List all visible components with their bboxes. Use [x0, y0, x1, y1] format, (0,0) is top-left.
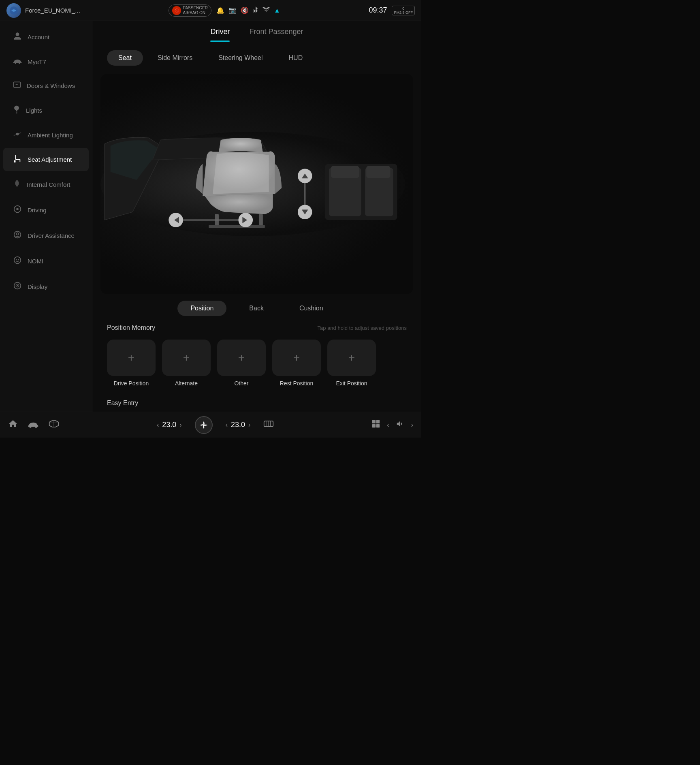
sidebar-item-lights[interactable]: Lights — [3, 98, 89, 122]
memory-btn-drive[interactable]: + — [107, 340, 156, 376]
camera-icon: 📷 — [228, 6, 237, 14]
temp-right-increase[interactable]: › — [248, 421, 250, 429]
sidebar-label-comfort: Internal Comfort — [27, 181, 70, 188]
volume-icon[interactable] — [396, 419, 405, 431]
sidebar-item-driving[interactable]: Driving — [3, 198, 89, 222]
sidebar-label-ambient: Ambient Lighting — [28, 132, 73, 139]
memory-item-drive[interactable]: + Drive Position — [107, 340, 156, 387]
airbag-icon: 🚫 — [172, 6, 181, 15]
svg-rect-4 — [16, 112, 17, 113]
memory-title: Position Memory — [107, 324, 155, 331]
memory-item-alternate[interactable]: + Alternate — [162, 340, 211, 387]
memory-label-alternate: Alternate — [175, 380, 198, 387]
home-icon[interactable] — [8, 419, 18, 431]
pos-tab-cushion[interactable]: Cushion — [286, 301, 336, 316]
sub-tab-mirrors[interactable]: Side Mirrors — [146, 50, 204, 66]
memory-label-other: Other — [234, 380, 248, 387]
wifi-icon — [262, 7, 270, 14]
heat-icon[interactable] — [263, 419, 274, 431]
easy-entry: Easy Entry — [92, 395, 421, 412]
svg-rect-23 — [366, 166, 390, 178]
airbag-indicator: 🚫 PASSENGER AIRBAG ON — [169, 4, 211, 17]
memory-item-rest[interactable]: + Rest Position — [272, 340, 321, 387]
svg-point-13 — [16, 259, 17, 261]
bottom-center: ‹ 23.0 › ‹ 23.0 › — [157, 416, 274, 434]
memory-btn-exit[interactable]: + — [327, 340, 376, 376]
memory-item-other[interactable]: + Other — [217, 340, 266, 387]
status-icons: 🔔 📷 🔇 ▲ — [216, 6, 280, 15]
bottom-right: ‹ › — [371, 419, 413, 431]
sidebar-item-seat[interactable]: Seat Adjustment — [3, 148, 89, 171]
memory-item-exit[interactable]: + Exit Position — [327, 340, 376, 387]
sidebar-label-driver-assistance: Driver Assistance — [28, 232, 75, 239]
temp-right-decrease[interactable]: ‹ — [226, 421, 228, 429]
memory-header: Position Memory Tap and hold to adjust s… — [107, 324, 407, 331]
seat-icon — [13, 154, 22, 165]
svg-point-34 — [35, 425, 37, 427]
fan-button[interactable] — [195, 416, 213, 434]
memory-positions: + Drive Position + Alternate + Other + R… — [107, 340, 407, 387]
airbag-text: PASSENGER AIRBAG ON — [183, 6, 208, 15]
tab-front-passenger[interactable]: Front Passenger — [249, 28, 303, 42]
driver-assistance-icon — [13, 230, 22, 241]
memory-hint: Tap and hold to adjust saved positions — [318, 325, 407, 331]
bottom-left-icons — [8, 419, 59, 431]
tab-driver[interactable]: Driver — [210, 28, 230, 42]
memory-section: Position Memory Tap and hold to adjust s… — [92, 324, 421, 395]
memory-btn-other[interactable]: + — [217, 340, 266, 376]
pos-tab-position[interactable]: Position — [177, 301, 226, 316]
svg-point-33 — [29, 425, 31, 427]
memory-btn-alternate[interactable]: + — [162, 340, 211, 376]
app-logo — [6, 3, 21, 18]
sidebar-label-seat: Seat Adjustment — [28, 156, 72, 163]
location-icon: ▲ — [274, 7, 280, 14]
sidebar-item-ambient[interactable]: Ambient Lighting — [3, 124, 89, 146]
svg-point-10 — [14, 231, 21, 238]
ambient-icon — [13, 130, 22, 140]
seat-svg — [100, 131, 413, 237]
bell-icon: 🔔 — [216, 6, 224, 14]
pos-tab-back[interactable]: Back — [236, 301, 277, 316]
memory-btn-rest[interactable]: + — [272, 340, 321, 376]
sidebar-item-account[interactable]: Account — [3, 25, 89, 49]
temp-left-increase[interactable]: › — [179, 421, 181, 429]
car-icon[interactable] — [28, 420, 39, 430]
pm-badge: 0 PM2.5 OFF — [392, 6, 415, 15]
sidebar: Account MyeT7 Doors & Windows Lights Amb… — [0, 21, 92, 412]
sidebar-item-display[interactable]: Display — [3, 275, 89, 299]
svg-rect-39 — [372, 420, 376, 423]
driver-tab-bar: Driver Front Passenger — [92, 21, 421, 42]
sub-tab-bar: Seat Side Mirrors Steering Wheel HUD — [92, 42, 421, 74]
sidebar-label-driving: Driving — [28, 207, 47, 214]
sidebar-item-comfort[interactable]: Internal Comfort — [3, 173, 89, 197]
topview-icon[interactable] — [49, 420, 59, 430]
svg-rect-40 — [376, 420, 380, 423]
svg-rect-26 — [209, 225, 265, 228]
svg-rect-22 — [331, 166, 359, 178]
sidebar-item-driver-assistance[interactable]: Driver Assistance — [3, 224, 89, 248]
svg-rect-35 — [264, 421, 273, 427]
svg-point-12 — [14, 257, 21, 264]
sidebar-item-doors[interactable]: Doors & Windows — [3, 75, 89, 97]
temp-left-decrease[interactable]: ‹ — [157, 421, 159, 429]
position-tabs: Position Back Cushion — [92, 294, 421, 324]
sub-tab-hud[interactable]: HUD — [277, 50, 314, 66]
mute-icon: 🔇 — [241, 6, 249, 14]
svg-rect-7 — [14, 160, 16, 162]
svg-rect-2 — [19, 63, 20, 64]
status-center: 🚫 PASSENGER AIRBAG ON 🔔 📷 🔇 ▲ — [169, 4, 280, 17]
volume-increase[interactable]: › — [411, 421, 413, 429]
sidebar-item-myet7[interactable]: MyeT7 — [3, 51, 89, 73]
svg-point-11 — [16, 233, 19, 235]
sub-tab-seat[interactable]: Seat — [107, 50, 143, 66]
status-left: Force_EU_NOMI_... — [6, 3, 80, 18]
sidebar-item-nomi[interactable]: NOMI — [3, 249, 89, 273]
grid-icon[interactable] — [371, 419, 380, 430]
temp-left-value: 23.0 — [162, 421, 176, 429]
nomi-icon — [13, 256, 22, 267]
volume-decrease[interactable]: ‹ — [387, 421, 389, 429]
bottom-bar: ‹ 23.0 › ‹ 23.0 › — [0, 412, 421, 438]
memory-label-drive: Drive Position — [114, 380, 149, 387]
sub-tab-steering[interactable]: Steering Wheel — [207, 50, 274, 66]
car-name: Force_EU_NOMI_... — [25, 7, 80, 14]
